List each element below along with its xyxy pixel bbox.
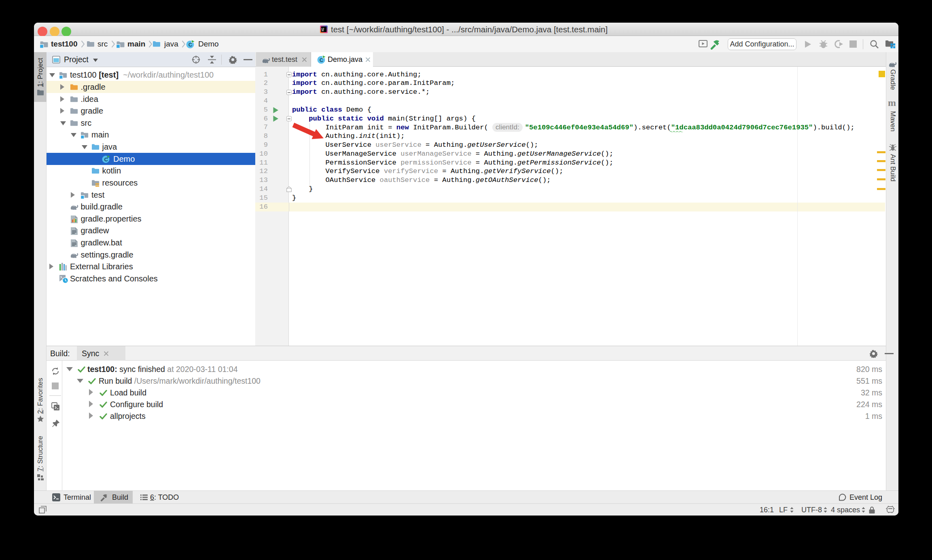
svg-text:IJ: IJ: [322, 27, 324, 31]
